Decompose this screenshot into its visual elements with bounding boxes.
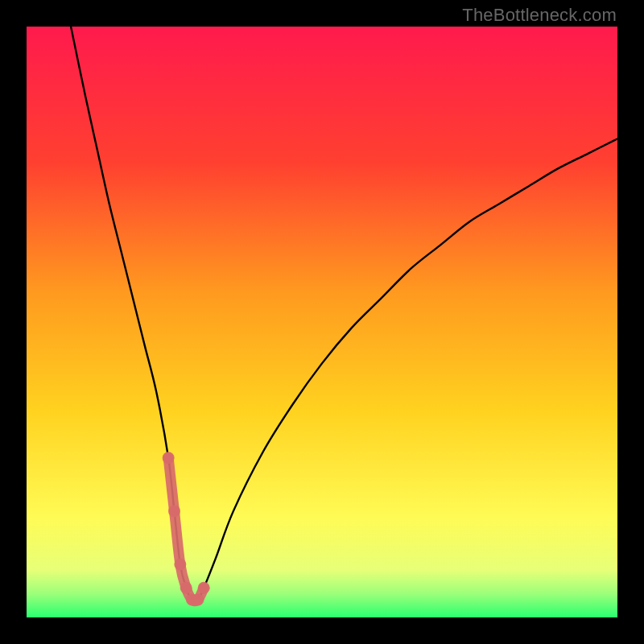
- optimal-range-point: [168, 505, 180, 517]
- watermark-text: TheBottleneck.com: [462, 5, 617, 26]
- optimal-range-markers: [163, 452, 210, 605]
- plot-area: [27, 27, 617, 617]
- optimal-range-point: [180, 582, 192, 594]
- curve-layer: [27, 27, 617, 617]
- bottleneck-curve-path: [71, 27, 617, 601]
- optimal-range-point: [163, 452, 175, 464]
- chart-stage: TheBottleneck.com: [0, 0, 644, 644]
- bottleneck-curve: [71, 27, 617, 601]
- optimal-range-point: [192, 593, 204, 605]
- optimal-range-point: [198, 582, 210, 594]
- optimal-range-stroke: [168, 458, 204, 601]
- optimal-range-point: [174, 558, 186, 570]
